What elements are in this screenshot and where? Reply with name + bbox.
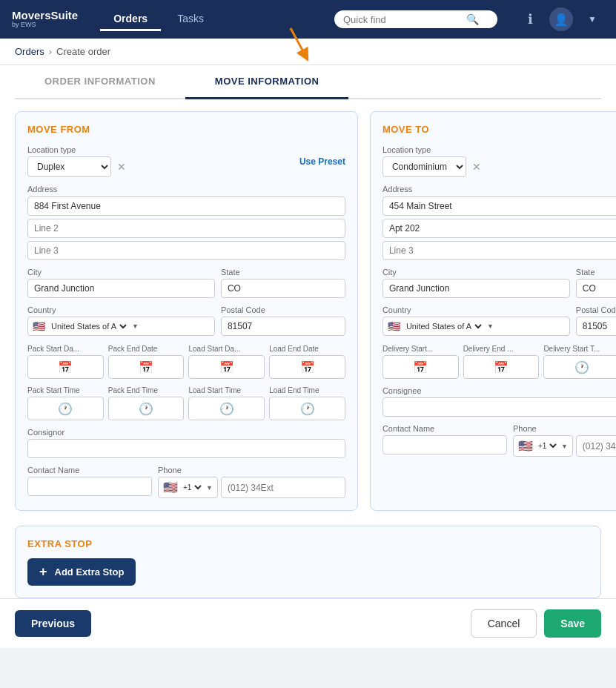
footer-right-buttons: Cancel Save xyxy=(471,609,601,638)
move-from-city-group: City xyxy=(27,268,215,298)
move-to-address-line1[interactable] xyxy=(382,196,616,216)
add-extra-stop-button[interactable]: + Add Extra Stop xyxy=(27,558,136,586)
move-from-postal-label: Postal Code xyxy=(221,305,345,314)
move-from-contact-group: Contact Name xyxy=(27,466,152,498)
cancel-button[interactable]: Cancel xyxy=(471,609,537,638)
move-to-location-select-group: Condominium Duplex Single Family Apartme… xyxy=(382,156,484,177)
pack-start-date-cell: Pack Start Da... 📅 xyxy=(27,345,104,379)
breadcrumb-orders-link[interactable]: Orders xyxy=(15,46,44,57)
search-input[interactable] xyxy=(343,14,462,25)
pack-start-time-cell: Pack Start Time 🕐 xyxy=(27,386,104,420)
move-to-state-input[interactable] xyxy=(576,279,616,298)
main-content: ORDER INFORMATION MOVE INFORMATION MOVE … xyxy=(0,65,616,598)
app-sub: by EWS xyxy=(12,22,78,29)
nav-tab-tasks[interactable]: Tasks xyxy=(164,8,217,31)
move-to-country-select[interactable]: United States of A xyxy=(403,321,484,331)
move-to-phone-code-select[interactable]: +1 xyxy=(535,441,559,451)
move-to-state-group: State xyxy=(576,268,616,298)
move-from-phone-country-select[interactable]: 🇺🇸 +1 ▼ xyxy=(158,477,218,498)
move-from-date-grid: Pack Start Da... 📅 Pack End Date 📅 Load … xyxy=(27,345,345,379)
pack-end-time-cell: Pack End Time 🕐 xyxy=(108,386,185,420)
move-to-address-line3[interactable] xyxy=(382,241,616,260)
move-from-location-type-row: Location type Duplex Single Family Apart… xyxy=(27,145,345,177)
pack-start-time-input[interactable]: 🕐 xyxy=(27,397,104,420)
move-from-country-select-wrapper[interactable]: 🇺🇸 United States of A ▼ xyxy=(27,317,215,336)
logo: MoversSuite by EWS xyxy=(12,10,78,29)
move-from-country-select[interactable]: United States of A xyxy=(48,321,129,331)
navbar: MoversSuite by EWS Orders Tasks 🔍 ℹ 👤 ▼ xyxy=(0,0,616,39)
move-to-contact-input[interactable] xyxy=(382,435,507,454)
previous-button[interactable]: Previous xyxy=(15,610,91,637)
move-to-location-type-row: Location type Condominium Duplex Single … xyxy=(382,145,616,177)
move-from-city-label: City xyxy=(27,268,215,277)
phone-chevron-icon: ▼ xyxy=(206,484,213,492)
move-from-postal-group: Postal Code xyxy=(221,305,345,336)
chevron-down-icon[interactable]: ▼ xyxy=(580,7,604,31)
move-from-time-grid: Pack Start Time 🕐 Pack End Time 🕐 Load S… xyxy=(27,386,345,420)
move-from-address-line2[interactable] xyxy=(27,219,345,238)
extra-stop-section: EXTRA STOP + Add Extra Stop xyxy=(15,526,601,598)
pack-start-date-input[interactable]: 📅 xyxy=(27,355,104,379)
move-from-state-input[interactable] xyxy=(221,279,345,298)
move-from-address-line3[interactable] xyxy=(27,241,345,260)
page-footer: Previous Cancel Save xyxy=(0,598,616,648)
move-from-consignor-input[interactable] xyxy=(27,439,345,458)
move-to-contact-phone-row: Contact Name Phone 🇺🇸 +1 ▼ xyxy=(382,424,616,457)
delivery-end-date-input[interactable]: 📅 xyxy=(463,355,540,379)
move-from-city-input[interactable] xyxy=(27,279,215,298)
delivery-start-date-input[interactable]: 📅 xyxy=(382,355,459,379)
load-start-date-cell: Load Start Da... 📅 xyxy=(188,345,265,379)
add-icon: + xyxy=(39,564,47,580)
load-end-time-input[interactable]: 🕐 xyxy=(269,397,345,420)
move-to-phone-group: Phone 🇺🇸 +1 ▼ xyxy=(513,424,616,457)
move-from-use-preset-button[interactable]: Use Preset xyxy=(299,156,345,167)
move-from-country-postal-row: Country 🇺🇸 United States of A ▼ Postal C… xyxy=(27,305,345,336)
move-from-phone-label: Phone xyxy=(158,466,345,474)
pack-end-time-input[interactable]: 🕐 xyxy=(108,397,185,420)
delivery-start-time-input[interactable]: 🕐 xyxy=(543,355,616,379)
tab-move-information[interactable]: MOVE INFORMATION xyxy=(185,65,349,99)
move-from-phone-code-select[interactable]: +1 xyxy=(180,483,204,492)
move-to-postal-input[interactable] xyxy=(576,317,616,336)
move-to-us-flag-icon: 🇺🇸 xyxy=(388,320,400,332)
move-to-location-type-select[interactable]: Condominium Duplex Single Family Apartme… xyxy=(382,156,466,177)
move-to-state-label: State xyxy=(576,268,616,277)
move-from-phone-number-input[interactable] xyxy=(221,477,345,498)
pack-end-date-input[interactable]: 📅 xyxy=(108,355,185,379)
move-from-contact-phone-row: Contact Name Phone 🇺🇸 +1 ▼ xyxy=(27,466,345,498)
move-from-consignor-label: Consignor xyxy=(27,428,345,437)
nav-tab-orders[interactable]: Orders xyxy=(100,8,161,31)
user-avatar-button[interactable]: 👤 xyxy=(549,7,573,31)
move-to-country-select-wrapper[interactable]: 🇺🇸 United States of A ▼ xyxy=(382,317,570,336)
move-to-contact-group: Contact Name xyxy=(382,424,507,457)
move-to-phone-country-select[interactable]: 🇺🇸 +1 ▼ xyxy=(513,435,573,457)
move-to-address-line2[interactable] xyxy=(382,219,616,238)
move-from-contact-input[interactable] xyxy=(27,477,152,496)
move-from-location-clear-btn[interactable]: ✕ xyxy=(114,159,129,174)
move-to-consignee-input[interactable] xyxy=(382,397,616,417)
move-from-address-label: Address xyxy=(27,185,345,194)
move-to-phone-flag: 🇺🇸 xyxy=(518,439,533,453)
move-to-phone-number-input[interactable] xyxy=(576,435,616,457)
save-button[interactable]: Save xyxy=(544,609,601,638)
move-from-phone-flag: 🇺🇸 xyxy=(163,480,178,494)
move-from-city-state-row: City State xyxy=(27,268,345,298)
move-from-postal-input[interactable] xyxy=(221,317,345,336)
move-from-address-line1[interactable] xyxy=(27,196,345,216)
move-to-location-clear-btn[interactable]: ✕ xyxy=(469,159,484,174)
pack-end-date-label: Pack End Date xyxy=(108,345,185,353)
load-start-time-input[interactable]: 🕐 xyxy=(188,397,265,420)
nav-icons: ℹ 👤 ▼ xyxy=(518,7,604,31)
load-start-time-label: Load Start Time xyxy=(188,386,265,394)
delivery-end-date-label: Delivery End ... xyxy=(463,345,540,353)
move-from-location-type-select[interactable]: Duplex Single Family Apartment Condomini… xyxy=(27,156,111,177)
load-end-date-input[interactable]: 📅 xyxy=(269,355,345,379)
load-end-date-label: Load End Date xyxy=(269,345,345,353)
move-from-location-type-label: Location type xyxy=(27,145,129,154)
move-to-phone-label: Phone xyxy=(513,424,616,433)
move-to-city-input[interactable] xyxy=(382,279,570,298)
tab-order-information[interactable]: ORDER INFORMATION xyxy=(15,65,185,99)
info-button[interactable]: ℹ xyxy=(518,7,542,31)
breadcrumb-separator: › xyxy=(49,46,52,57)
load-start-date-input[interactable]: 📅 xyxy=(188,355,265,379)
